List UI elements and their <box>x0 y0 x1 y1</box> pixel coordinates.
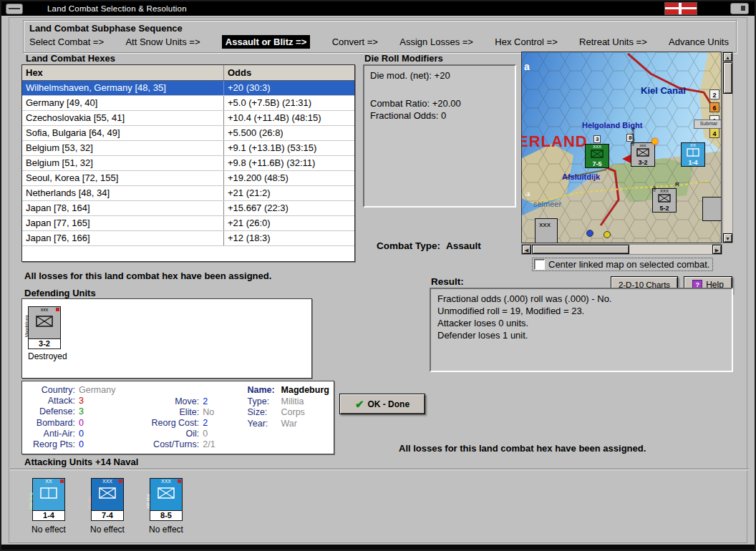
step-select-combat[interactable]: Select Combat => <box>29 36 104 47</box>
window-control-icon[interactable] <box>730 3 749 14</box>
hex-cell[interactable]: Japan [76, 166] <box>22 231 224 245</box>
hex-cell[interactable]: Netherlands [48, 34] <box>22 186 224 200</box>
map-unit-counter[interactable]: XXX 7-5 <box>585 144 609 168</box>
elite-value: No <box>203 407 214 418</box>
hex-cell[interactable]: Belgium [51, 32] <box>22 156 224 170</box>
center-map-label[interactable]: Center linked map on selected combat. <box>548 259 709 270</box>
center-map-checkbox[interactable] <box>534 259 545 270</box>
map-submar-chip: Submar <box>694 120 722 129</box>
map-unit-counter-magdeburg[interactable]: xxx Magdeburg 3-2 ✹ <box>631 142 655 167</box>
cost-turns-value: 2/1 <box>203 439 215 450</box>
hex-cell[interactable]: Sofia, Bulgaria [64, 49] <box>22 126 224 140</box>
scrollbar-thumb[interactable] <box>723 62 732 94</box>
scrollbar-thumb[interactable] <box>532 245 629 254</box>
unit-details-box: Country:Germany Attack:3 Defense:3 Bomba… <box>21 381 334 454</box>
system-menu-icon[interactable] <box>6 4 23 14</box>
ok-done-button[interactable]: ✔ OK - Done <box>339 394 425 414</box>
scroll-right-button[interactable]: ▶ <box>712 245 722 254</box>
attacking-unit-counter[interactable]: XXX IV Mot 7-4 <box>91 478 124 521</box>
table-row[interactable]: Belgium [51, 32] +9.8 (+11.6B) (32:11) <box>22 156 354 171</box>
map-edge-chip: 4 <box>709 128 719 138</box>
combat-type-value: Assault <box>446 240 481 251</box>
step-assign-losses[interactable]: Assign Losses => <box>399 36 473 47</box>
table-row[interactable]: Japan [77, 165] +21 (26:0) <box>22 216 354 231</box>
map-horizontal-scrollbar[interactable]: ◀ ▶ <box>521 244 722 255</box>
column-header-hex[interactable]: Hex <box>22 65 224 80</box>
hex-cell[interactable]: Czechoslovakia [55, 41] <box>22 111 224 125</box>
map-unit-counter-partial[interactable]: XXX <box>535 218 558 243</box>
map-marker-blue <box>586 230 593 237</box>
table-row[interactable]: Wilhelmshaven, Germany [48, 35] +20 (30:… <box>22 81 354 96</box>
attacking-unit: XX Mar Eng 1-4 No effect <box>26 478 72 535</box>
odds-cell[interactable]: +15.667 (22:3) <box>224 201 354 215</box>
hex-cell[interactable]: Belgium [53, 32] <box>22 141 224 155</box>
unit-effect-label: No effect <box>90 525 125 535</box>
center-map-option[interactable]: Center linked map on selected combat. <box>533 258 712 270</box>
table-row[interactable]: Sofia, Bulgaria [64, 49] +5.500 (26:8) <box>22 126 354 141</box>
odds-cell[interactable]: +5.500 (26:8) <box>224 126 354 140</box>
odds-cell[interactable]: +10.4 (+11.4B) (48:15) <box>224 111 354 125</box>
table-row[interactable]: Japan [76, 166] +12 (18:3) <box>22 231 354 246</box>
table-row[interactable]: Netherlands [48, 34] +21 (21:2) <box>22 186 354 201</box>
scroll-left-button[interactable]: ◀ <box>522 245 531 254</box>
odds-cell[interactable]: +12 (18:3) <box>224 231 354 245</box>
odds-cell[interactable]: +21 (26:0) <box>224 216 354 230</box>
step-assault-or-blitz[interactable]: Assault or Blitz => <box>222 35 310 49</box>
attacking-unit: XXX IV Mot 7-4 No effect <box>84 478 130 535</box>
status-dot <box>178 479 181 483</box>
step-advance-units[interactable]: Advance Units <box>669 36 729 47</box>
step-convert[interactable]: Convert => <box>332 36 378 47</box>
map-marker-yellow <box>604 231 611 238</box>
defense-value: 3 <box>79 406 84 417</box>
odds-cell[interactable]: +9.8 (+11.6B) (32:11) <box>224 156 354 170</box>
odds-cell[interactable]: +21 (21:2) <box>224 186 354 200</box>
step-retreat-units[interactable]: Retreat Units => <box>579 36 647 47</box>
scroll-down-button[interactable]: ▼ <box>723 233 732 243</box>
odds-cell[interactable]: +19.200 (48:5) <box>224 171 354 185</box>
defending-unit-counter[interactable]: xxx Magdeburg 3-2 <box>28 306 61 349</box>
attacking-units-row: XX Mar Eng 1-4 No effect XXX IV Mot <box>26 478 189 535</box>
defending-units-box: xxx Magdeburg 3-2 Destroyed <box>21 298 312 379</box>
map-unit-counter[interactable]: XXX Kiel 5-2 <box>652 188 677 213</box>
attacking-unit-counter[interactable]: XXX XIII Mot 8-5 <box>150 478 183 521</box>
step-hex-control[interactable]: Hex Control => <box>495 36 557 47</box>
table-row[interactable]: Japan [78, 164] +15.667 (22:3) <box>22 201 354 216</box>
map-unit-counter[interactable]: XX 1-4 <box>681 142 705 167</box>
combat-type: Combat Type:Assault <box>377 240 481 251</box>
hex-cell[interactable]: Germany [49, 40] <box>22 96 224 110</box>
hex-cell[interactable]: Japan [77, 165] <box>22 216 224 230</box>
map-viewport[interactable]: a Kiel Canal Helgoland Bight ERLAND Afsl… <box>521 52 722 243</box>
attacking-unit-counter[interactable]: XX Mar Eng 1-4 <box>32 478 65 521</box>
section-divider <box>10 469 749 470</box>
table-row[interactable]: Seoul, Korea [72, 155] +19.200 (48:5) <box>22 171 354 186</box>
attacking-unit: XXX XIII Mot 8-5 No effect <box>143 478 189 535</box>
column-header-odds[interactable]: Odds <box>224 65 354 80</box>
scroll-up-button[interactable]: ▲ <box>723 52 732 62</box>
map-badge: R <box>674 181 681 187</box>
sequence-steps: Select Combat => Att Snow Units => Assau… <box>24 35 736 52</box>
table-row[interactable]: Belgium [53, 32] +9.1 (+13.1B) (53:15) <box>22 141 354 156</box>
hex-cell[interactable]: Wilhelmshaven, Germany [48, 35] <box>22 81 224 95</box>
map-badge: 3 <box>593 135 601 143</box>
map-unit-counter-partial[interactable] <box>702 197 722 221</box>
table-row[interactable]: Czechoslovakia [55, 41] +10.4 (+11.4B) (… <box>22 111 354 126</box>
hexes-panel-title: Land Combat Hexes <box>26 53 115 64</box>
odds-cell[interactable]: +9.1 (+13.1B) (53:15) <box>224 141 354 155</box>
step-att-snow-units[interactable]: Att Snow Units => <box>125 36 200 47</box>
reorg-pts-value: 0 <box>79 439 84 450</box>
table-row[interactable]: Germany [49, 40] +5.0 (+7.5B) (21:31) <box>22 96 354 111</box>
combat-type-label: Combat Type: <box>377 240 440 251</box>
attacking-units-title: Attacking Units +14 Naval <box>24 457 138 467</box>
odds-cell[interactable]: +20 (30:3) <box>224 81 354 95</box>
map-vertical-scrollbar[interactable]: ▲ ▼ <box>722 52 733 243</box>
hex-cell[interactable]: Japan [78, 164] <box>22 201 224 215</box>
hex-cell[interactable]: Seoul, Korea [72, 155] <box>22 171 224 185</box>
result-line: Unmodified roll = 19, Modified = 23. <box>437 305 725 317</box>
infantry-symbol-icon <box>158 487 175 501</box>
sequence-title: Land Combat Subphase Sequence <box>24 21 736 35</box>
desktop-strip <box>1 545 755 550</box>
die-modifiers-title: Die Roll Modifiers <box>364 53 443 64</box>
flag-icon <box>664 2 697 15</box>
losses-assigned-message-bottom: All losses for this land combat hex have… <box>399 443 646 454</box>
odds-cell[interactable]: +5.0 (+7.5B) (21:31) <box>224 96 354 110</box>
